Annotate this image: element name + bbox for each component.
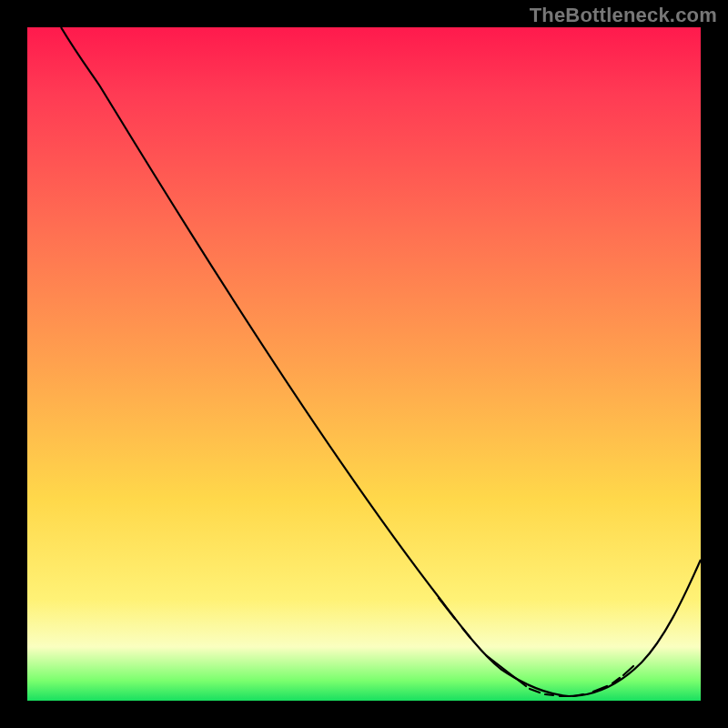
bottleneck-curve — [61, 27, 701, 696]
watermark-text: TheBottleneck.com — [530, 4, 717, 27]
optimal-region-dashes — [439, 598, 633, 696]
chart-frame: TheBottleneck.com — [0, 0, 728, 728]
bottleneck-curve-svg — [27, 27, 701, 701]
plot-area — [27, 27, 701, 701]
